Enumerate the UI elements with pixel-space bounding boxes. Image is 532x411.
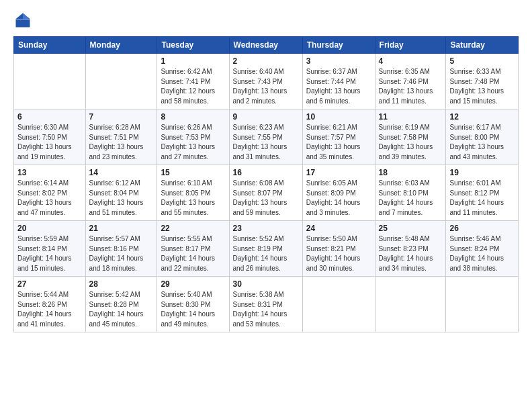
calendar-cell: 27Sunrise: 5:44 AM Sunset: 8:26 PM Dayli…: [14, 277, 86, 332]
weekday-header-saturday: Saturday: [446, 37, 519, 54]
calendar-cell: 17Sunrise: 6:05 AM Sunset: 8:09 PM Dayli…: [302, 165, 375, 221]
day-detail: Sunrise: 6:17 AM Sunset: 8:00 PM Dayligh…: [449, 123, 515, 162]
calendar-cell: 24Sunrise: 5:50 AM Sunset: 8:21 PM Dayli…: [302, 221, 375, 277]
calendar-cell: [302, 277, 375, 332]
calendar-cell: 16Sunrise: 6:08 AM Sunset: 8:07 PM Dayli…: [229, 165, 302, 221]
day-detail: Sunrise: 6:08 AM Sunset: 8:07 PM Dayligh…: [233, 179, 299, 218]
calendar-cell: 2Sunrise: 6:40 AM Sunset: 7:43 PM Daylig…: [229, 54, 302, 109]
day-detail: Sunrise: 5:42 AM Sunset: 8:28 PM Dayligh…: [89, 290, 154, 329]
day-detail: Sunrise: 6:33 AM Sunset: 7:48 PM Dayligh…: [449, 67, 515, 106]
calendar-cell: 23Sunrise: 5:52 AM Sunset: 8:19 PM Dayli…: [229, 221, 302, 277]
day-number: 2: [233, 56, 299, 66]
day-detail: Sunrise: 6:21 AM Sunset: 7:57 PM Dayligh…: [306, 123, 371, 162]
weekday-header-sunday: Sunday: [14, 37, 86, 54]
day-detail: Sunrise: 6:19 AM Sunset: 7:58 PM Dayligh…: [379, 123, 443, 162]
day-number: 18: [379, 168, 443, 177]
day-number: 26: [449, 224, 515, 233]
day-detail: Sunrise: 6:23 AM Sunset: 7:55 PM Dayligh…: [233, 123, 299, 162]
day-detail: Sunrise: 6:37 AM Sunset: 7:44 PM Dayligh…: [306, 67, 371, 106]
day-number: 21: [89, 224, 154, 233]
calendar-cell: 10Sunrise: 6:21 AM Sunset: 7:57 PM Dayli…: [302, 109, 375, 165]
calendar-cell: 15Sunrise: 6:10 AM Sunset: 8:05 PM Dayli…: [157, 165, 229, 221]
day-detail: Sunrise: 6:42 AM Sunset: 7:41 PM Dayligh…: [161, 67, 225, 106]
calendar-week-1: 1Sunrise: 6:42 AM Sunset: 7:41 PM Daylig…: [14, 54, 519, 109]
svg-marker-1: [23, 13, 30, 19]
day-detail: Sunrise: 6:01 AM Sunset: 8:12 PM Dayligh…: [449, 179, 515, 218]
header: [13, 11, 519, 30]
day-number: 12: [449, 112, 515, 122]
day-number: 17: [306, 168, 371, 177]
calendar-cell: 21Sunrise: 5:57 AM Sunset: 8:16 PM Dayli…: [85, 221, 157, 277]
calendar-cell: 19Sunrise: 6:01 AM Sunset: 8:12 PM Dayli…: [446, 165, 519, 221]
calendar-week-2: 6Sunrise: 6:30 AM Sunset: 7:50 PM Daylig…: [14, 109, 519, 165]
day-number: 1: [161, 56, 225, 66]
calendar-table: SundayMondayTuesdayWednesdayThursdayFrid…: [13, 36, 519, 332]
day-detail: Sunrise: 5:46 AM Sunset: 8:24 PM Dayligh…: [449, 234, 515, 273]
day-number: 9: [233, 112, 299, 122]
calendar-cell: 30Sunrise: 5:38 AM Sunset: 8:31 PM Dayli…: [229, 277, 302, 332]
day-number: 24: [306, 224, 371, 233]
calendar-cell: 29Sunrise: 5:40 AM Sunset: 8:30 PM Dayli…: [157, 277, 229, 332]
weekday-row: SundayMondayTuesdayWednesdayThursdayFrid…: [14, 37, 519, 54]
day-number: 13: [17, 168, 82, 177]
calendar-cell: 3Sunrise: 6:37 AM Sunset: 7:44 PM Daylig…: [302, 54, 375, 109]
day-detail: Sunrise: 6:40 AM Sunset: 7:43 PM Dayligh…: [233, 67, 299, 106]
logo-icon: [13, 11, 32, 30]
calendar-cell: [85, 54, 157, 109]
calendar-cell: [14, 54, 86, 109]
day-number: 23: [233, 224, 299, 233]
day-number: 27: [17, 279, 82, 289]
day-number: 14: [89, 168, 154, 177]
day-detail: Sunrise: 6:03 AM Sunset: 8:10 PM Dayligh…: [379, 179, 443, 218]
day-number: 25: [379, 224, 443, 233]
day-detail: Sunrise: 6:28 AM Sunset: 7:51 PM Dayligh…: [89, 123, 154, 162]
calendar-cell: 9Sunrise: 6:23 AM Sunset: 7:55 PM Daylig…: [229, 109, 302, 165]
day-detail: Sunrise: 5:55 AM Sunset: 8:17 PM Dayligh…: [161, 234, 225, 273]
page: SundayMondayTuesdayWednesdayThursdayFrid…: [0, 0, 532, 411]
day-number: 8: [161, 112, 225, 122]
day-detail: Sunrise: 5:59 AM Sunset: 8:14 PM Dayligh…: [17, 234, 82, 273]
calendar-header: SundayMondayTuesdayWednesdayThursdayFrid…: [14, 37, 519, 54]
calendar-cell: 5Sunrise: 6:33 AM Sunset: 7:48 PM Daylig…: [446, 54, 519, 109]
calendar-cell: 8Sunrise: 6:26 AM Sunset: 7:53 PM Daylig…: [157, 109, 229, 165]
day-number: 30: [233, 279, 299, 289]
calendar-cell: 20Sunrise: 5:59 AM Sunset: 8:14 PM Dayli…: [14, 221, 86, 277]
day-detail: Sunrise: 6:10 AM Sunset: 8:05 PM Dayligh…: [161, 179, 225, 218]
svg-rect-2: [16, 19, 30, 20]
calendar-cell: 1Sunrise: 6:42 AM Sunset: 7:41 PM Daylig…: [157, 54, 229, 109]
day-detail: Sunrise: 5:50 AM Sunset: 8:21 PM Dayligh…: [306, 234, 371, 273]
calendar-cell: 26Sunrise: 5:46 AM Sunset: 8:24 PM Dayli…: [446, 221, 519, 277]
calendar-week-3: 13Sunrise: 6:14 AM Sunset: 8:02 PM Dayli…: [14, 165, 519, 221]
calendar-cell: 6Sunrise: 6:30 AM Sunset: 7:50 PM Daylig…: [14, 109, 86, 165]
calendar-week-4: 20Sunrise: 5:59 AM Sunset: 8:14 PM Dayli…: [14, 221, 519, 277]
day-number: 20: [17, 224, 82, 233]
day-detail: Sunrise: 6:35 AM Sunset: 7:46 PM Dayligh…: [379, 67, 443, 106]
calendar-cell: 12Sunrise: 6:17 AM Sunset: 8:00 PM Dayli…: [446, 109, 519, 165]
day-number: 15: [161, 168, 225, 177]
day-number: 22: [161, 224, 225, 233]
calendar-cell: 11Sunrise: 6:19 AM Sunset: 7:58 PM Dayli…: [375, 109, 446, 165]
weekday-header-thursday: Thursday: [302, 37, 375, 54]
calendar-cell: 25Sunrise: 5:48 AM Sunset: 8:23 PM Dayli…: [375, 221, 446, 277]
weekday-header-wednesday: Wednesday: [229, 37, 302, 54]
day-number: 19: [449, 168, 515, 177]
calendar-cell: 22Sunrise: 5:55 AM Sunset: 8:17 PM Dayli…: [157, 221, 229, 277]
day-number: 29: [161, 279, 225, 289]
logo: [13, 11, 35, 30]
calendar-cell: 7Sunrise: 6:28 AM Sunset: 7:51 PM Daylig…: [85, 109, 157, 165]
day-number: 11: [379, 112, 443, 122]
calendar-cell: 18Sunrise: 6:03 AM Sunset: 8:10 PM Dayli…: [375, 165, 446, 221]
day-number: 10: [306, 112, 371, 122]
weekday-header-monday: Monday: [85, 37, 157, 54]
day-detail: Sunrise: 5:57 AM Sunset: 8:16 PM Dayligh…: [89, 234, 154, 273]
day-number: 16: [233, 168, 299, 177]
day-detail: Sunrise: 6:05 AM Sunset: 8:09 PM Dayligh…: [306, 179, 371, 218]
weekday-header-tuesday: Tuesday: [157, 37, 229, 54]
calendar-body: 1Sunrise: 6:42 AM Sunset: 7:41 PM Daylig…: [14, 54, 519, 332]
day-detail: Sunrise: 6:30 AM Sunset: 7:50 PM Dayligh…: [17, 123, 82, 162]
day-detail: Sunrise: 5:38 AM Sunset: 8:31 PM Dayligh…: [233, 290, 299, 329]
day-number: 3: [306, 56, 371, 66]
day-detail: Sunrise: 6:26 AM Sunset: 7:53 PM Dayligh…: [161, 123, 225, 162]
calendar-cell: 13Sunrise: 6:14 AM Sunset: 8:02 PM Dayli…: [14, 165, 86, 221]
day-detail: Sunrise: 5:40 AM Sunset: 8:30 PM Dayligh…: [161, 290, 225, 329]
